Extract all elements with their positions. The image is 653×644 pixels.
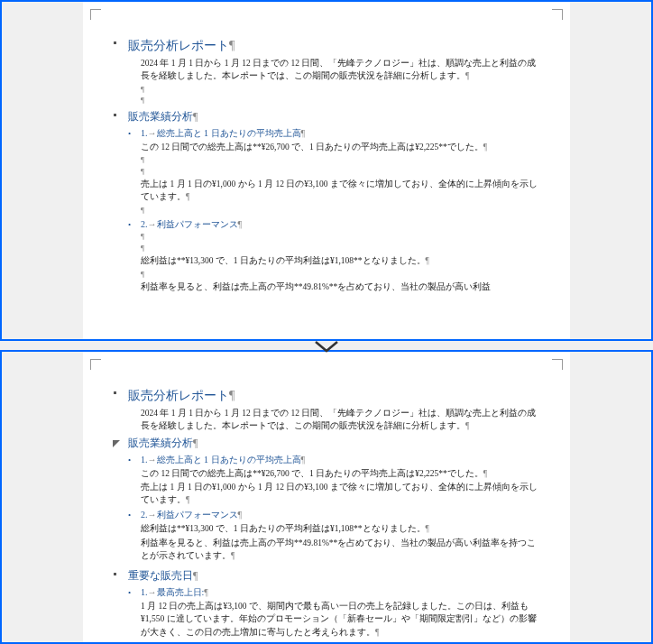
bullet-icon: • [128, 128, 131, 141]
heading-3: • 2.→利益パフォーマンス¶ [141, 217, 543, 231]
body-text: この 12 日間での総売上高は**¥26,700 で、1 日あたりの平均売上高は… [141, 469, 483, 478]
body-text: 1 月 12 日の売上高は¥3,100 で、期間内で最も高い一日の売上を記録しま… [141, 602, 537, 637]
pilcrow-icon: ¶ [426, 524, 429, 533]
empty-paragraph: ¶ [141, 95, 543, 106]
body-text: この 12 日間での総売上高は**¥26,700 で、1 日あたりの平均売上高は… [141, 143, 483, 152]
page-corner [90, 9, 101, 20]
heading-3: • 1.→最高売上日:¶ [141, 585, 543, 599]
outline-dot-icon [114, 114, 116, 116]
h3-text: 利益パフォーマンス [157, 219, 238, 229]
heading-3: • 1.→総売上高と 1 日あたりの平均売上高¶ [141, 126, 543, 140]
outline-dot-icon [114, 573, 116, 575]
outline-dot-icon [114, 41, 116, 44]
body-text: 総利益は**¥13,300 で、1 日あたりの平均利益は¥1,108**となりま… [141, 524, 426, 533]
pilcrow-icon: ¶ [193, 569, 198, 582]
pilcrow-icon: ¶ [465, 71, 469, 80]
heading-1: 販売分析レポート¶ [128, 36, 543, 55]
svg-marker-0 [113, 440, 120, 447]
pilcrow-icon: ¶ [238, 510, 243, 520]
paragraph: 総利益は**¥13,300 で、1 日あたりの平均利益は¥1,108**となりま… [141, 254, 543, 267]
paragraph: 2024 年 1 月 1 日から 1 月 12 日までの 12 日間、「先峰テク… [141, 407, 543, 433]
pilcrow-icon: ¶ [426, 256, 429, 265]
document-content: 販売分析レポート¶ 2024 年 1 月 1 日から 1 月 12 日までの 1… [101, 370, 552, 642]
pilcrow-icon: ¶ [186, 495, 189, 504]
chevron-down-icon [314, 340, 339, 358]
paragraph: 売上は 1 月 1 日の¥1,000 から 1 月 12 日の¥3,100 まで… [141, 481, 543, 507]
heading-3: • 2.→利益パフォーマンス¶ [141, 508, 543, 521]
empty-paragraph: ¶ [141, 205, 543, 216]
intro-text: 2024 年 1 月 1 日から 1 月 12 日までの 12 日間、「先峰テク… [141, 59, 536, 80]
page-corner [552, 9, 563, 20]
empty-paragraph: ¶ [141, 231, 543, 243]
pilcrow-icon: ¶ [229, 389, 235, 402]
pilcrow-icon: ¶ [465, 421, 469, 430]
tab-arrow-icon: → [148, 455, 157, 465]
pilcrow-icon: ¶ [229, 39, 235, 52]
body-text: 売上は 1 月 1 日の¥1,000 から 1 月 12 日の¥3,100 まで… [141, 483, 538, 504]
h2-text: 販売業績分析 [128, 437, 193, 449]
h3-text: 利益パフォーマンス [157, 510, 238, 520]
heading-3: • 2.→最低売上日:¶ [141, 640, 543, 642]
body-text: 売上は 1 月 1 日の¥1,000 から 1 月 12 日の¥3,100 まで… [141, 179, 538, 201]
paragraph: 2024 年 1 月 1 日から 1 月 12 日までの 12 日間、「先峰テク… [141, 57, 543, 83]
list-number: 2. [141, 219, 148, 229]
list-number: 1. [141, 455, 148, 465]
title-text: 販売分析レポート [128, 39, 229, 52]
heading-3: • 1.→総売上高と 1 日あたりの平均売上高¶ [141, 453, 543, 466]
page-corner [90, 359, 101, 370]
tab-arrow-icon: → [148, 510, 157, 520]
bullet-icon: • [128, 219, 131, 232]
intro-text: 2024 年 1 月 1 日から 1 月 12 日までの 12 日間、「先峰テク… [141, 409, 536, 430]
document-content: 販売分析レポート¶ 2024 年 1 月 1 日から 1 月 12 日までの 1… [101, 20, 552, 294]
document-page-after: 販売分析レポート¶ 2024 年 1 月 1 日から 1 月 12 日までの 1… [83, 352, 570, 642]
tab-arrow-icon: → [148, 587, 157, 597]
heading-1: 販売分析レポート¶ [128, 386, 543, 405]
h3-text: 最高売上日: [157, 587, 205, 597]
bullet-icon: • [128, 587, 131, 600]
paragraph: この 12 日間での総売上高は**¥26,700 で、1 日あたりの平均売上高は… [141, 141, 543, 153]
empty-paragraph: ¶ [141, 166, 543, 178]
pilcrow-icon: ¶ [483, 143, 487, 152]
collapse-triangle-icon[interactable] [112, 437, 121, 453]
paragraph: この 12 日間での総売上高は**¥26,700 で、1 日あたりの平均売上高は… [141, 467, 543, 480]
after-panel: 販売分析レポート¶ 2024 年 1 月 1 日から 1 月 12 日までの 1… [0, 350, 653, 644]
heading-2: 販売業績分析¶ [128, 108, 543, 124]
empty-paragraph: ¶ [141, 243, 543, 254]
paragraph: 総利益は**¥13,300 で、1 日あたりの平均利益は¥1,108**となりま… [141, 522, 543, 535]
pilcrow-icon: ¶ [231, 551, 235, 560]
pilcrow-icon: ¶ [193, 110, 198, 123]
pilcrow-icon: ¶ [238, 219, 243, 229]
pilcrow-icon: ¶ [193, 437, 198, 449]
list-number: 1. [141, 128, 148, 138]
body-text: 利益率を見ると、利益は売上高の平均**49.81%**を占めており、当社の製品が… [141, 282, 491, 291]
before-panel: 販売分析レポート¶ 2024 年 1 月 1 日から 1 月 12 日までの 1… [0, 0, 653, 341]
body-text: 利益率を見ると、利益は売上高の平均**49.81%**を占めており、当社の製品が… [141, 538, 536, 560]
pilcrow-icon: ¶ [301, 455, 306, 465]
h2-text: 販売業績分析 [128, 110, 193, 123]
h3-text: 総売上高と 1 日あたりの平均売上高 [157, 128, 301, 138]
paragraph: 売上は 1 月 1 日の¥1,000 から 1 月 12 日の¥3,100 まで… [141, 178, 543, 204]
paragraph-clipped: 利益率を見ると、利益は売上高の平均**49.81%**を占めており、当社の製品が… [141, 281, 543, 293]
list-number: 1. [141, 587, 148, 597]
heading-2: 販売業績分析¶ [128, 435, 543, 451]
pilcrow-icon: ¶ [375, 628, 379, 637]
tab-arrow-icon: → [148, 219, 157, 229]
pilcrow-icon: ¶ [483, 469, 487, 478]
title-text: 販売分析レポート [128, 389, 229, 402]
paragraph: 利益率を見ると、利益は売上高の平均**49.81%**を占めており、当社の製品が… [141, 537, 543, 563]
list-number: 2. [141, 510, 148, 520]
heading-2: 重要な販売日¶ [128, 567, 543, 584]
pilcrow-icon: ¶ [186, 192, 189, 201]
pilcrow-icon: ¶ [301, 128, 306, 138]
empty-paragraph: ¶ [141, 269, 543, 281]
h2-text: 重要な販売日 [128, 569, 193, 582]
h3-text: 総売上高と 1 日あたりの平均売上高 [157, 455, 301, 465]
outline-dot-icon [114, 391, 116, 394]
bullet-icon: • [128, 510, 131, 522]
paragraph: 1 月 12 日の売上高は¥3,100 で、期間内で最も高い一日の売上を記録しま… [141, 600, 543, 639]
empty-paragraph: ¶ [141, 154, 543, 166]
page-corner [552, 359, 563, 370]
empty-paragraph: ¶ [141, 84, 543, 96]
tab-arrow-icon: → [148, 128, 157, 138]
pilcrow-icon: ¶ [204, 587, 208, 597]
